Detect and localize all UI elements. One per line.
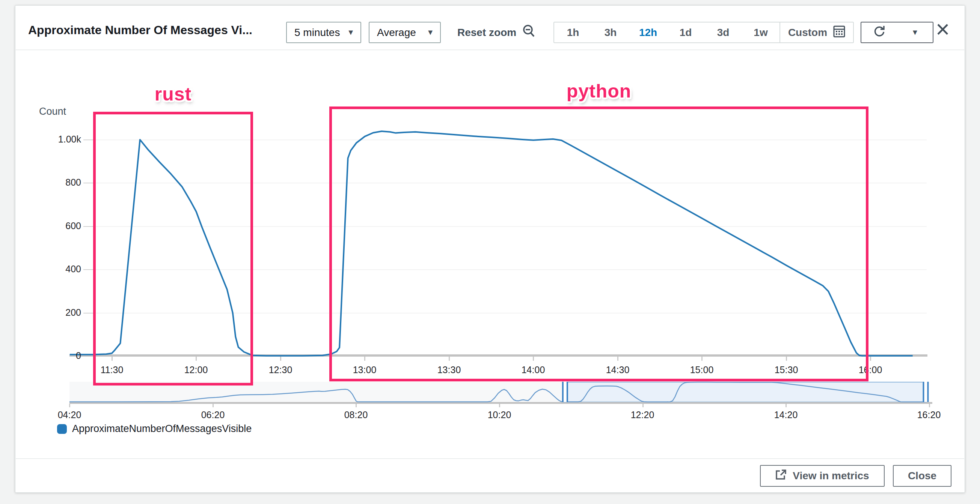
x-tick-1600: 16:00	[844, 365, 897, 376]
external-link-icon	[775, 469, 787, 483]
y-tick-600: 600	[25, 220, 81, 231]
period-select[interactable]: 5 minutes ▼	[286, 22, 361, 43]
brush-tick-1020: 10:20	[473, 409, 526, 420]
page-background: Approximate Number Of Messages Vi... 5 m…	[0, 0, 980, 504]
reset-zoom-button[interactable]: Reset zoom	[457, 22, 536, 43]
y-tick-200: 200	[25, 307, 81, 318]
custom-range-label: Custom	[788, 27, 827, 39]
x-tick-1300: 13:00	[338, 365, 391, 376]
period-select-value: 5 minutes	[294, 27, 340, 39]
x-tick-1400: 14:00	[507, 365, 560, 376]
x-tick-1530: 15:30	[760, 365, 813, 376]
view-in-metrics-label: View in metrics	[793, 470, 869, 482]
x-tick-1430: 14:30	[591, 365, 644, 376]
legend-label: ApproximateNumberOfMessagesVisible	[72, 423, 251, 434]
refresh-icon	[872, 25, 886, 41]
brush-tick-1220: 12:20	[616, 409, 669, 420]
time-range-group: 1h 3h 12h 1d 3d 1w Custom	[554, 22, 854, 43]
zoom-out-icon	[522, 24, 536, 41]
page-title: Approximate Number Of Messages Vi...	[28, 23, 252, 37]
brush-tick-1420: 14:20	[760, 409, 812, 420]
range-3d[interactable]: 3d	[705, 22, 742, 42]
header-divider	[16, 49, 964, 50]
refresh-options-button[interactable]: ▼	[897, 22, 934, 43]
legend-item[interactable]: ApproximateNumberOfMessagesVisible	[57, 423, 251, 434]
chevron-down-icon: ▼	[347, 28, 355, 37]
range-1d[interactable]: 1d	[667, 22, 705, 42]
statistic-select-value: Average	[377, 27, 416, 39]
y-axis-title: Count	[39, 106, 66, 117]
brush-tick-0820: 08:20	[330, 409, 382, 420]
y-tick-800: 800	[25, 177, 81, 188]
range-1h[interactable]: 1h	[554, 22, 592, 42]
reset-zoom-label: Reset zoom	[457, 27, 516, 39]
y-tick-0: 0	[25, 350, 81, 361]
brush-tick-1620: 16:20	[903, 409, 955, 420]
y-tick-400: 400	[25, 264, 81, 274]
x-tick-1200: 12:00	[170, 365, 222, 376]
range-1w[interactable]: 1w	[742, 22, 780, 42]
legend-color-swatch	[57, 424, 67, 434]
python-annotation-label: python	[329, 80, 869, 102]
chevron-down-icon: ▼	[426, 28, 434, 37]
footer-divider	[16, 458, 964, 459]
x-tick-1230: 12:30	[254, 365, 307, 376]
calendar-icon	[833, 25, 845, 40]
brush-tick-0420: 04:20	[43, 409, 96, 420]
close-button-label: Close	[908, 470, 937, 482]
brush-tick-0620: 06:20	[187, 409, 239, 420]
refresh-button[interactable]	[861, 22, 898, 43]
close-button[interactable]: Close	[893, 465, 951, 487]
x-tick-1130: 11:30	[86, 365, 138, 376]
custom-range-button[interactable]: Custom	[780, 22, 853, 42]
range-3h[interactable]: 3h	[592, 22, 629, 42]
statistic-select[interactable]: Average ▼	[369, 22, 441, 43]
close-icon[interactable]: ×	[936, 17, 950, 41]
range-12h-selected[interactable]: 12h	[629, 22, 667, 42]
x-tick-1500: 15:00	[676, 365, 728, 376]
chevron-down-icon: ▼	[911, 28, 919, 37]
view-in-metrics-button[interactable]: View in metrics	[760, 465, 885, 487]
y-tick-1k: 1.00k	[25, 134, 81, 145]
x-tick-1330: 13:30	[423, 365, 476, 376]
rust-annotation-label: rust	[93, 83, 253, 105]
